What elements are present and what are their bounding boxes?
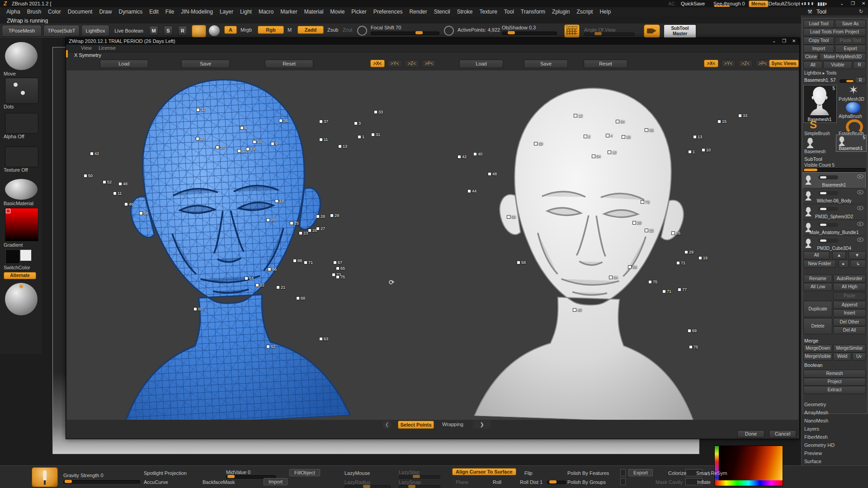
zsub-button[interactable]: Zsub <box>327 27 338 33</box>
merge-section-header[interactable]: Merge <box>804 338 818 343</box>
delete-button[interactable]: Delete <box>803 318 832 334</box>
autoreorder-button[interactable]: AutoReorder <box>833 275 866 283</box>
gravity-brush-thumbnail[interactable] <box>32 467 58 487</box>
hue-strip-horizontal[interactable] <box>715 480 783 486</box>
point-marker[interactable]: 75 <box>648 277 657 286</box>
all-high-button[interactable]: All High <box>833 283 866 291</box>
point-marker[interactable]: 28 <box>316 212 325 220</box>
point-marker[interactable]: 36 <box>645 126 654 134</box>
visible-count-slider[interactable] <box>803 168 866 172</box>
point-marker[interactable]: 11 <box>113 189 122 197</box>
point-marker[interactable]: 42 <box>90 149 99 157</box>
mrgb-button[interactable]: Mrgb <box>241 27 252 33</box>
menu-item[interactable]: Transform <box>521 9 545 15</box>
tool-palette-header[interactable]: Tool <box>816 9 826 15</box>
project-button[interactable]: Project <box>803 378 866 386</box>
visibility-eye-icon[interactable] <box>857 222 863 226</box>
menu-item[interactable]: Zplugin <box>552 9 570 15</box>
boolean-section-header[interactable]: Boolean <box>804 362 822 368</box>
zwrap-save-left-button[interactable]: Save <box>181 60 230 68</box>
point-marker[interactable]: 3 <box>354 119 361 127</box>
default-zscript-button[interactable]: DefaultZScript <box>769 1 800 6</box>
point-marker[interactable]: 1 <box>358 132 364 141</box>
shade-gradient-area[interactable] <box>719 446 783 480</box>
menu-item[interactable]: Render <box>409 9 427 15</box>
visibility-eye-icon[interactable] <box>857 174 863 178</box>
tool-slider[interactable] <box>840 80 854 83</box>
point-marker[interactable]: 16 <box>216 143 225 151</box>
menu-item[interactable]: Draw <box>99 9 112 15</box>
polyframe-toggle-icon[interactable] <box>818 175 838 179</box>
point-marker[interactable]: 44 <box>467 187 476 195</box>
point-marker[interactable]: 88 <box>293 256 302 264</box>
point-marker[interactable]: 12 <box>608 148 617 156</box>
material-thumbnail[interactable] <box>5 179 38 200</box>
menu-item[interactable]: Color <box>48 9 61 15</box>
zwrap-minimize-icon[interactable]: ⌄ <box>772 38 776 43</box>
r-button[interactable]: R <box>853 61 866 69</box>
color-pad-icon[interactable] <box>192 25 206 38</box>
bottom-bar-item[interactable]: LazyRadius <box>344 479 370 485</box>
focal-shift-slider[interactable] <box>371 32 439 35</box>
bottom-bar-item[interactable]: LazyStep <box>399 469 420 475</box>
window-close-icon[interactable]: ✕ <box>862 1 865 6</box>
mergesimilar-button[interactable]: MergeSimilar <box>833 344 866 352</box>
point-marker[interactable]: 75 <box>336 272 345 281</box>
point-marker[interactable]: 22 <box>255 281 264 289</box>
menu-item[interactable]: Texture <box>479 9 497 15</box>
palette-section-header[interactable]: Geometry <box>802 400 868 408</box>
axis-snap-button[interactable]: >X< <box>370 60 385 67</box>
menu-item[interactable]: Material <box>304 9 324 15</box>
import-button[interactable]: Import <box>803 45 834 53</box>
make-polymesh3d-button[interactable]: Make PolyMesh3D <box>820 53 866 61</box>
focal-shift-slider-label[interactable]: Focal Shift 70 <box>371 25 401 30</box>
m-button[interactable]: M <box>288 27 292 33</box>
point-marker[interactable]: 60 <box>193 305 203 313</box>
visible-button[interactable]: Visible <box>823 61 852 69</box>
point-marker[interactable]: 58 <box>517 258 526 266</box>
rgb-button[interactable]: Rgb <box>258 26 284 34</box>
bottom-bar-item[interactable]: AccuCurve <box>144 479 168 485</box>
tpose-mesh-button[interactable]: TPoseMesh <box>2 25 42 37</box>
bottom-bar-item[interactable]: Gravity Strength 0 <box>63 473 104 478</box>
bottom-bar-item[interactable]: Polish By Groups <box>567 479 606 485</box>
move-down-button[interactable]: ▼ <box>849 251 866 259</box>
point-marker[interactable]: 71 <box>304 258 313 266</box>
point-marker[interactable]: 56 <box>507 212 516 221</box>
active-tool-thumbnail[interactable]: 5 Basemesh1 <box>803 85 837 123</box>
menu-item[interactable]: Help <box>599 9 611 15</box>
point-marker[interactable]: 22 <box>645 226 654 234</box>
point-marker[interactable]: 18 <box>275 197 284 205</box>
palette-section-header[interactable]: ArrayMesh <box>802 408 868 417</box>
select-points-mode-button[interactable]: Select Points <box>398 421 434 429</box>
bottom-bar-item[interactable]: LazyMouse <box>344 470 370 476</box>
point-marker[interactable]: 48 <box>488 169 497 178</box>
all-low-button[interactable]: All Low <box>803 283 832 291</box>
scrub-right-icon[interactable]: ▮▮▮⏵ <box>817 1 827 7</box>
zwrap-close-icon[interactable]: ✕ <box>792 38 796 43</box>
menu-item[interactable]: Movie <box>330 9 344 15</box>
clone-button[interactable]: Clone <box>803 53 819 61</box>
menu-item[interactable]: Dynamics <box>118 9 142 15</box>
polish-features-spinner[interactable] <box>620 469 626 476</box>
main-color-swatch[interactable] <box>5 249 20 264</box>
point-marker[interactable]: 29 <box>684 248 693 256</box>
menu-item[interactable]: Layer <box>220 9 233 15</box>
rotate-gizmo-icon[interactable]: R <box>178 26 187 36</box>
palette-section-header[interactable]: Preview <box>802 449 868 457</box>
palette-refresh-icon[interactable]: ↻ <box>859 9 863 14</box>
bottom-bar-item[interactable]: MidValue 0 <box>226 469 250 475</box>
point-marker[interactable]: 50 <box>84 171 93 179</box>
axis-snap-button[interactable]: >Y< <box>721 60 736 67</box>
point-marker[interactable]: 1 <box>688 147 695 155</box>
point-marker[interactable]: 37 <box>319 117 328 125</box>
polyframe-toggle-icon[interactable] <box>818 191 838 195</box>
point-marker[interactable]: 13 <box>338 142 347 150</box>
menu-item[interactable]: Picker <box>351 9 366 15</box>
done-button[interactable]: Done <box>737 430 764 438</box>
axis-snap-button[interactable]: >Z< <box>405 60 419 67</box>
export-button[interactable]: Export <box>835 45 866 53</box>
point-marker[interactable]: 21 <box>276 283 285 291</box>
point-marker[interactable]: 94 <box>592 152 601 160</box>
palette-section-header[interactable]: Surface <box>802 457 868 465</box>
